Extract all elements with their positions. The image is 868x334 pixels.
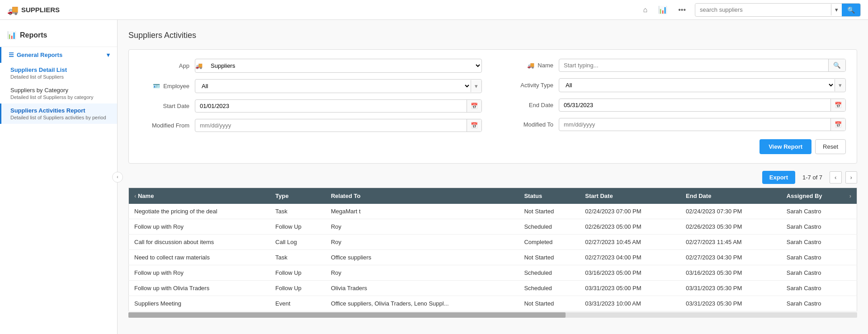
name-input-container: 🔍: [559, 59, 846, 72]
table-cell: Sarah Castro: [781, 265, 857, 281]
table-cell: Roy: [326, 219, 519, 235]
reset-button[interactable]: Reset: [815, 139, 846, 154]
col-header-status[interactable]: Status: [519, 188, 580, 204]
general-reports-header[interactable]: ☰ General Reports ▾: [0, 47, 117, 63]
table-cell: 03/31/2023 05:30 PM: [680, 281, 781, 296]
table-row: Suppliers MeetingEventOffice suppliers, …: [129, 296, 857, 311]
table-cell: Follow up with Olivia Traders: [129, 281, 270, 296]
end-date-label: End Date: [504, 102, 553, 108]
pagination-next-button[interactable]: ›: [845, 171, 857, 183]
table-cell: 02/24/2023 07:00 PM: [580, 204, 680, 219]
table-cell: Olivia Traders: [326, 281, 519, 296]
app-select[interactable]: Suppliers: [204, 59, 481, 72]
table-cell: Sarah Castro: [781, 204, 857, 219]
modified-to-input[interactable]: [559, 118, 830, 131]
form-row-app: App 🚚 Suppliers: [140, 59, 482, 73]
end-date-calendar-icon[interactable]: 📅: [830, 99, 845, 111]
chart-button[interactable]: 📊: [655, 4, 671, 16]
table-header-row: ‹ Name Type Related To Status: [129, 188, 857, 204]
start-date-container: 📅: [195, 99, 482, 113]
horizontal-scrollbar[interactable]: [128, 312, 857, 318]
table-cell: Not Started: [519, 296, 580, 311]
end-date-input[interactable]: [559, 99, 830, 111]
table-cell: Follow up with Roy: [129, 265, 270, 281]
employee-select[interactable]: All: [195, 80, 471, 93]
table-cell: 03/16/2023 05:30 PM: [680, 265, 781, 281]
table-cell: Sarah Castro: [781, 281, 857, 296]
start-date-input[interactable]: [195, 100, 467, 112]
app-truck-icon: 🚚: [195, 62, 203, 69]
name-input[interactable]: [559, 59, 828, 71]
list-icon: ☰: [9, 52, 14, 58]
sidebar-collapse-button[interactable]: ‹: [112, 172, 123, 183]
app-logo[interactable]: 🚚 SUPPLIERS: [7, 5, 60, 15]
chevron-left-icon: ‹: [835, 174, 836, 181]
search-input[interactable]: [695, 4, 831, 15]
sidebar: 📊 Reports ☰ General Reports ▾ Suppliers …: [0, 20, 118, 334]
start-date-calendar-icon[interactable]: 📅: [467, 100, 481, 112]
sidebar-item-suppliers-by-category[interactable]: Suppliers by Category Detailed list of S…: [0, 83, 117, 103]
table-toolbar: Export 1-7 of 7 ‹ ›: [128, 171, 857, 184]
table-cell: Sarah Castro: [781, 235, 857, 250]
col-header-name[interactable]: ‹ Name: [129, 188, 270, 204]
table-cell: Roy: [326, 235, 519, 250]
sidebar-title: 📊 Reports: [0, 27, 117, 47]
search-submit-button[interactable]: 🔍: [842, 4, 860, 16]
table-cell: 03/31/2023 05:30 PM: [680, 296, 781, 311]
page-title: Suppliers Activities: [128, 31, 857, 40]
activity-type-dropdown-icon: ▾: [835, 79, 845, 91]
name-search-button[interactable]: 🔍: [828, 59, 845, 71]
col-header-type[interactable]: Type: [270, 188, 326, 204]
search-dropdown-button[interactable]: ▾: [831, 4, 842, 15]
table-cell: Office suppliers, Olivia Traders, Leno S…: [326, 296, 519, 311]
chevron-right-icon: ›: [850, 174, 852, 181]
table-cell: 02/27/2023 04:30 PM: [680, 250, 781, 265]
table-cell: MegaMart t: [326, 204, 519, 219]
table-cell: 02/27/2023 11:45 AM: [680, 235, 781, 250]
employee-dropdown-icon: ▾: [471, 80, 481, 92]
modified-to-label: Modified To: [504, 121, 553, 128]
sidebar-item-suppliers-activities-report[interactable]: Suppliers Activities Report Detailed lis…: [0, 103, 117, 124]
col-header-related-to[interactable]: Related To: [326, 188, 519, 204]
modified-from-calendar-icon[interactable]: 📅: [467, 119, 481, 132]
form-row-name: 🚚 Name 🔍: [504, 59, 846, 72]
pagination-info: 1-7 of 7: [799, 174, 826, 181]
start-date-label: Start Date: [140, 103, 189, 109]
table-cell: 02/24/2023 07:30 PM: [680, 204, 781, 219]
table-cell: Suppliers Meeting: [129, 296, 270, 311]
table-row: Need to collect raw materialsTaskOffice …: [129, 250, 857, 265]
col-next-icon: ›: [849, 193, 851, 199]
scrollbar-thumb[interactable]: [128, 312, 566, 318]
table-cell: Sarah Castro: [781, 250, 857, 265]
modified-to-calendar-icon[interactable]: 📅: [830, 118, 845, 131]
app-name: SUPPLIERS: [21, 6, 60, 14]
table-cell: 03/31/2023 10:00 AM: [580, 296, 680, 311]
col-header-end-date[interactable]: End Date: [680, 188, 781, 204]
table-cell: Follow Up: [270, 265, 326, 281]
form-row-activity-type: Activity Type All ▾: [504, 78, 846, 92]
activity-type-select[interactable]: All: [559, 79, 835, 92]
sidebar-item-suppliers-detail-list[interactable]: Suppliers Detail List Detailed list of S…: [0, 63, 117, 83]
modified-from-input[interactable]: [195, 119, 467, 132]
modified-from-label: Modified From: [140, 122, 189, 129]
view-report-button[interactable]: View Report: [760, 139, 811, 154]
home-button[interactable]: ⌂: [640, 4, 651, 16]
more-button[interactable]: •••: [675, 4, 689, 16]
table-cell: Call for discussion about items: [129, 235, 270, 250]
col-header-start-date[interactable]: Start Date: [580, 188, 680, 204]
table-cell: Sarah Castro: [781, 219, 857, 235]
chevron-down-icon: ▾: [835, 6, 838, 13]
table-cell: 02/27/2023 04:00 PM: [580, 250, 680, 265]
employee-select-container: All ▾: [195, 79, 482, 93]
table-cell: Scheduled: [519, 219, 580, 235]
table-scroll-container: ‹ Name Type Related To Status: [128, 188, 857, 318]
table-cell: Completed: [519, 235, 580, 250]
table-cell: Not Started: [519, 204, 580, 219]
table-cell: Negotiate the pricing of the deal: [129, 204, 270, 219]
table-cell: Task: [270, 250, 326, 265]
pagination-prev-button[interactable]: ‹: [830, 171, 841, 183]
chevron-left-icon: ‹: [117, 174, 118, 179]
sidebar-wrapper: 📊 Reports ☰ General Reports ▾ Suppliers …: [0, 20, 118, 334]
export-button[interactable]: Export: [762, 171, 795, 184]
col-header-assigned-by[interactable]: Assigned By ›: [781, 188, 857, 204]
